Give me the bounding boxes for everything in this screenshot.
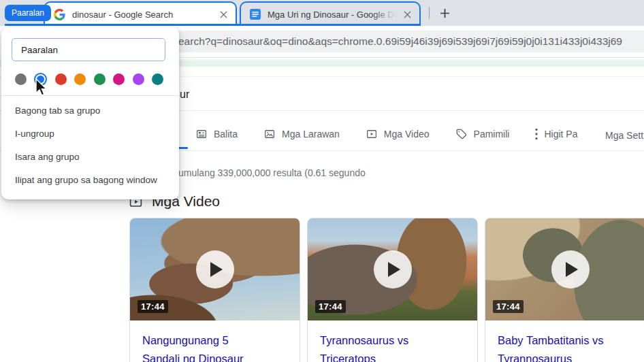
video-thumbnail[interactable]: 17:44 bbox=[485, 218, 644, 320]
search-query-fragment: ur bbox=[180, 88, 189, 101]
address-bar[interactable]: earch?q=dinosaur&oq=dino&aqs=chrome.0.69… bbox=[129, 31, 644, 52]
video-title-line: Nangungunang 5 bbox=[142, 331, 287, 350]
video-card[interactable]: 17:44 Tyrannosaurus vs Triceratops bbox=[307, 218, 478, 362]
play-icon bbox=[388, 262, 400, 277]
serp-tab-label: Higit Pa bbox=[544, 129, 577, 139]
video-play-button[interactable] bbox=[551, 250, 590, 289]
menu-item-move-group-to-new-window[interactable]: Ilipat ang grupo sa bagong window bbox=[1, 169, 179, 192]
color-swatch-orange[interactable] bbox=[74, 73, 86, 85]
video-thumbnail[interactable]: 17:44 bbox=[130, 218, 300, 320]
video-title-line: Baby Tambatitanis vs bbox=[498, 331, 643, 350]
tab-group-underline bbox=[5, 24, 421, 27]
video-thumbnail[interactable]: 17:44 bbox=[308, 218, 477, 320]
color-swatch-grey[interactable] bbox=[15, 73, 27, 85]
plus-icon bbox=[440, 8, 450, 18]
tab-google-search[interactable]: dinosaur - Google Search bbox=[44, 1, 237, 26]
tab-strip: Paaralan dinosaur - Google Search Mga Ur… bbox=[0, 0, 644, 26]
video-title-link[interactable]: Nangungunang 5 Sandali ng Dinosaur bbox=[130, 320, 300, 362]
tab-close-icon[interactable] bbox=[401, 8, 413, 20]
popup-divider bbox=[1, 95, 179, 96]
video-card[interactable]: 17:44 Baby Tambatitanis vs Tyrannosaurus bbox=[485, 218, 644, 362]
google-docs-favicon-icon bbox=[250, 9, 261, 20]
video-icon bbox=[366, 128, 378, 140]
color-swatch-pink[interactable] bbox=[113, 73, 125, 85]
serp-tab-balita[interactable]: Balita bbox=[195, 128, 238, 140]
more-vertical-icon bbox=[535, 128, 538, 140]
result-stats: umulang 339,000,000 resulta (0.61 segund… bbox=[178, 167, 366, 178]
tab-google-docs[interactable]: Mga Uri ng Dinosaur - Google Do bbox=[240, 1, 421, 26]
tab-title-fade bbox=[372, 7, 400, 22]
settings-link[interactable]: Mga Sett bbox=[605, 130, 643, 141]
mouse-cursor-icon bbox=[35, 78, 48, 97]
browser-window: Paaralan dinosaur - Google Search Mga Ur… bbox=[0, 0, 644, 362]
image-icon bbox=[263, 128, 276, 140]
group-name-input[interactable] bbox=[12, 38, 165, 61]
video-title-link[interactable]: Baby Tambatitanis vs Tyrannosaurus bbox=[485, 320, 644, 362]
video-duration-badge: 17:44 bbox=[138, 300, 168, 313]
menu-item-ungroup[interactable]: I-ungroup bbox=[1, 122, 179, 146]
tag-icon bbox=[455, 128, 468, 140]
video-cards-row: 17:44 Nangungunang 5 Sandali ng Dinosaur… bbox=[129, 218, 644, 362]
serp-tab-label: Balita bbox=[214, 129, 238, 139]
color-swatch-red[interactable] bbox=[55, 73, 67, 85]
video-play-button[interactable] bbox=[196, 250, 234, 289]
popup-menu: Bagong tab sa grupo I-ungroup Isara ang … bbox=[1, 99, 179, 192]
menu-item-new-tab-in-group[interactable]: Bagong tab sa grupo bbox=[1, 99, 179, 122]
color-swatch-green[interactable] bbox=[94, 73, 106, 85]
video-card[interactable]: 17:44 Nangungunang 5 Sandali ng Dinosaur bbox=[129, 218, 300, 362]
serp-tab-label: Pamimili bbox=[474, 129, 510, 139]
menu-item-close-group[interactable]: Isara ang grupo bbox=[1, 146, 179, 169]
video-title-line: Triceratops bbox=[320, 350, 465, 362]
serp-tab-label: Mga Video bbox=[384, 129, 430, 139]
video-title-line: Tyrannosaurus vs bbox=[320, 331, 465, 350]
play-icon bbox=[566, 262, 578, 277]
video-play-button[interactable] bbox=[374, 250, 412, 289]
serp-tab-mga-larawan[interactable]: Mga Larawan bbox=[263, 128, 340, 140]
video-title-link[interactable]: Tyrannosaurus vs Triceratops bbox=[308, 320, 477, 362]
video-duration-badge: 17:44 bbox=[315, 300, 346, 313]
video-title-line: Tyrannosaurus bbox=[498, 350, 643, 362]
tab-close-icon[interactable] bbox=[217, 8, 229, 20]
news-icon bbox=[195, 128, 208, 140]
new-tab-button[interactable] bbox=[436, 4, 453, 22]
serp-tab-pamimili[interactable]: Pamimili bbox=[455, 128, 510, 140]
serp-tab-mga-video[interactable]: Mga Video bbox=[366, 128, 430, 140]
tab-group-chip[interactable]: Paaralan bbox=[5, 5, 51, 21]
play-icon bbox=[210, 262, 223, 277]
serp-tab-label: Mga Larawan bbox=[282, 129, 340, 139]
url-text: earch?q=dinosaur&oq=dino&aqs=chrome.0.69… bbox=[178, 31, 622, 52]
color-swatch-teal[interactable] bbox=[152, 73, 163, 85]
tab-title: dinosaur - Google Search bbox=[72, 10, 213, 20]
serp-tab-higit-pa[interactable]: Higit Pa bbox=[535, 128, 577, 140]
video-duration-badge: 17:44 bbox=[493, 300, 524, 313]
video-title-line: Sandali ng Dinosaur bbox=[142, 350, 287, 362]
color-swatch-purple[interactable] bbox=[133, 73, 144, 85]
tab-group-editor-popup: Bagong tab sa grupo I-ungroup Isara ang … bbox=[1, 27, 179, 199]
google-favicon-icon bbox=[54, 9, 65, 20]
tab-separator bbox=[429, 7, 430, 19]
result-type-tabs: Balita Mga Larawan Mga Video Pamimili Hi… bbox=[195, 128, 577, 140]
